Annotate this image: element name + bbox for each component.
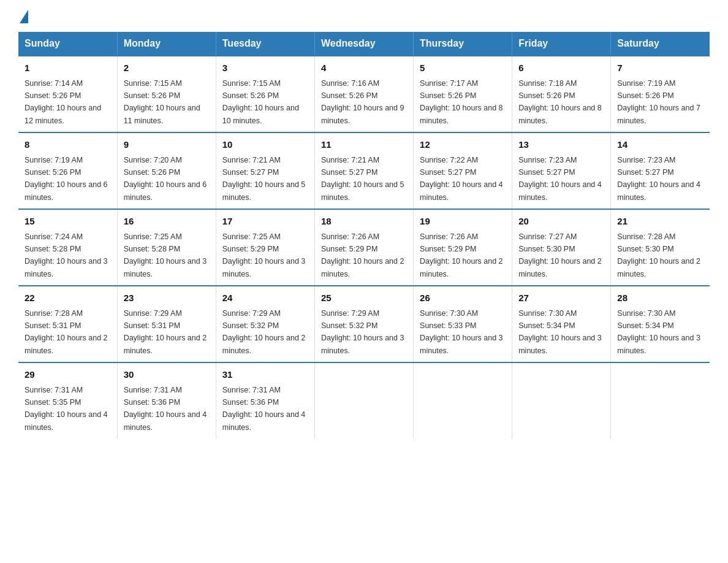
calendar-header-row: SundayMondayTuesdayWednesdayThursdayFrid…	[18, 32, 710, 56]
day-info: Sunrise: 7:30 AMSunset: 5:33 PMDaylight:…	[420, 309, 503, 355]
logo	[18, 12, 28, 21]
day-info: Sunrise: 7:18 AMSunset: 5:26 PMDaylight:…	[518, 79, 602, 125]
calendar-cell: 22Sunrise: 7:28 AMSunset: 5:31 PMDayligh…	[18, 286, 117, 362]
day-number: 25	[321, 291, 407, 305]
calendar-cell: 6Sunrise: 7:18 AMSunset: 5:26 PMDaylight…	[512, 56, 611, 132]
calendar-cell: 19Sunrise: 7:26 AMSunset: 5:29 PMDayligh…	[414, 209, 512, 286]
day-number: 15	[25, 215, 111, 229]
day-info: Sunrise: 7:21 AMSunset: 5:27 PMDaylight:…	[321, 156, 404, 202]
day-info: Sunrise: 7:29 AMSunset: 5:32 PMDaylight:…	[222, 309, 306, 355]
calendar-cell: 18Sunrise: 7:26 AMSunset: 5:29 PMDayligh…	[314, 209, 413, 286]
day-info: Sunrise: 7:23 AMSunset: 5:27 PMDaylight:…	[617, 156, 700, 202]
calendar-cell: 4Sunrise: 7:16 AMSunset: 5:26 PMDaylight…	[314, 56, 413, 132]
calendar-cell: 21Sunrise: 7:28 AMSunset: 5:30 PMDayligh…	[611, 209, 710, 286]
day-info: Sunrise: 7:26 AMSunset: 5:29 PMDaylight:…	[420, 232, 503, 278]
day-info: Sunrise: 7:29 AMSunset: 5:32 PMDaylight:…	[321, 309, 404, 355]
day-number: 20	[518, 215, 604, 229]
column-header-sunday: Sunday	[18, 32, 117, 56]
day-info: Sunrise: 7:17 AMSunset: 5:26 PMDaylight:…	[420, 79, 503, 125]
column-header-friday: Friday	[512, 32, 611, 56]
day-number: 22	[25, 291, 111, 305]
column-header-wednesday: Wednesday	[314, 32, 413, 56]
day-number: 27	[518, 291, 604, 305]
day-info: Sunrise: 7:15 AMSunset: 5:26 PMDaylight:…	[124, 79, 200, 125]
calendar-cell: 23Sunrise: 7:29 AMSunset: 5:31 PMDayligh…	[117, 286, 216, 362]
calendar-cell: 20Sunrise: 7:27 AMSunset: 5:30 PMDayligh…	[512, 209, 611, 286]
logo-triangle-icon	[20, 10, 28, 23]
day-number: 24	[222, 291, 308, 305]
day-number: 11	[321, 138, 407, 152]
calendar-cell: 5Sunrise: 7:17 AMSunset: 5:26 PMDaylight…	[414, 56, 512, 132]
calendar-cell: 8Sunrise: 7:19 AMSunset: 5:26 PMDaylight…	[18, 132, 117, 209]
day-number: 14	[617, 138, 703, 152]
calendar-cell	[512, 362, 611, 439]
calendar-cell: 15Sunrise: 7:24 AMSunset: 5:28 PMDayligh…	[18, 209, 117, 286]
calendar-cell: 2Sunrise: 7:15 AMSunset: 5:26 PMDaylight…	[117, 56, 216, 132]
day-info: Sunrise: 7:27 AMSunset: 5:30 PMDaylight:…	[518, 232, 602, 278]
day-info: Sunrise: 7:25 AMSunset: 5:28 PMDaylight:…	[124, 232, 207, 278]
day-number: 21	[617, 215, 703, 229]
calendar-cell: 27Sunrise: 7:30 AMSunset: 5:34 PMDayligh…	[512, 286, 611, 362]
calendar-cell: 9Sunrise: 7:20 AMSunset: 5:26 PMDaylight…	[117, 132, 216, 209]
calendar-cell: 11Sunrise: 7:21 AMSunset: 5:27 PMDayligh…	[314, 132, 413, 209]
calendar-cell: 26Sunrise: 7:30 AMSunset: 5:33 PMDayligh…	[414, 286, 512, 362]
day-info: Sunrise: 7:14 AMSunset: 5:26 PMDaylight:…	[25, 79, 101, 125]
calendar-cell: 1Sunrise: 7:14 AMSunset: 5:26 PMDaylight…	[18, 56, 117, 132]
calendar-week-row: 22Sunrise: 7:28 AMSunset: 5:31 PMDayligh…	[18, 286, 710, 362]
day-info: Sunrise: 7:28 AMSunset: 5:30 PMDaylight:…	[617, 232, 700, 278]
column-header-saturday: Saturday	[611, 32, 710, 56]
day-number: 30	[124, 368, 210, 382]
day-info: Sunrise: 7:21 AMSunset: 5:27 PMDaylight:…	[222, 156, 306, 202]
day-info: Sunrise: 7:19 AMSunset: 5:26 PMDaylight:…	[25, 156, 108, 202]
day-number: 16	[124, 215, 210, 229]
calendar-body: 1Sunrise: 7:14 AMSunset: 5:26 PMDaylight…	[18, 56, 710, 439]
day-info: Sunrise: 7:30 AMSunset: 5:34 PMDaylight:…	[617, 309, 700, 355]
calendar-week-row: 1Sunrise: 7:14 AMSunset: 5:26 PMDaylight…	[18, 56, 710, 132]
day-info: Sunrise: 7:26 AMSunset: 5:29 PMDaylight:…	[321, 232, 404, 278]
day-number: 9	[124, 138, 210, 152]
day-info: Sunrise: 7:25 AMSunset: 5:29 PMDaylight:…	[222, 232, 306, 278]
day-number: 6	[518, 61, 604, 75]
day-info: Sunrise: 7:29 AMSunset: 5:31 PMDaylight:…	[124, 309, 207, 355]
day-number: 4	[321, 61, 407, 75]
day-number: 18	[321, 215, 407, 229]
day-number: 8	[25, 138, 111, 152]
day-info: Sunrise: 7:28 AMSunset: 5:31 PMDaylight:…	[25, 309, 108, 355]
calendar-cell: 17Sunrise: 7:25 AMSunset: 5:29 PMDayligh…	[216, 209, 314, 286]
day-info: Sunrise: 7:19 AMSunset: 5:26 PMDaylight:…	[617, 79, 700, 125]
day-info: Sunrise: 7:31 AMSunset: 5:36 PMDaylight:…	[222, 386, 306, 432]
calendar-cell: 3Sunrise: 7:15 AMSunset: 5:26 PMDaylight…	[216, 56, 314, 132]
calendar-cell: 12Sunrise: 7:22 AMSunset: 5:27 PMDayligh…	[414, 132, 512, 209]
calendar-cell: 29Sunrise: 7:31 AMSunset: 5:35 PMDayligh…	[18, 362, 117, 439]
calendar-cell: 28Sunrise: 7:30 AMSunset: 5:34 PMDayligh…	[611, 286, 710, 362]
calendar-week-row: 29Sunrise: 7:31 AMSunset: 5:35 PMDayligh…	[18, 362, 710, 439]
calendar-cell: 16Sunrise: 7:25 AMSunset: 5:28 PMDayligh…	[117, 209, 216, 286]
calendar-cell	[414, 362, 512, 439]
column-header-tuesday: Tuesday	[216, 32, 314, 56]
day-number: 26	[420, 291, 506, 305]
calendar-cell: 30Sunrise: 7:31 AMSunset: 5:36 PMDayligh…	[117, 362, 216, 439]
page-header	[18, 12, 710, 21]
column-header-thursday: Thursday	[414, 32, 512, 56]
day-info: Sunrise: 7:20 AMSunset: 5:26 PMDaylight:…	[124, 156, 207, 202]
day-info: Sunrise: 7:16 AMSunset: 5:26 PMDaylight:…	[321, 79, 404, 125]
calendar-table: SundayMondayTuesdayWednesdayThursdayFrid…	[18, 32, 710, 439]
calendar-cell: 14Sunrise: 7:23 AMSunset: 5:27 PMDayligh…	[611, 132, 710, 209]
day-info: Sunrise: 7:15 AMSunset: 5:26 PMDaylight:…	[222, 79, 299, 125]
day-number: 28	[617, 291, 703, 305]
day-info: Sunrise: 7:30 AMSunset: 5:34 PMDaylight:…	[518, 309, 602, 355]
day-info: Sunrise: 7:24 AMSunset: 5:28 PMDaylight:…	[25, 232, 108, 278]
day-number: 13	[518, 138, 604, 152]
calendar-cell	[314, 362, 413, 439]
day-info: Sunrise: 7:23 AMSunset: 5:27 PMDaylight:…	[518, 156, 602, 202]
calendar-cell: 7Sunrise: 7:19 AMSunset: 5:26 PMDaylight…	[611, 56, 710, 132]
day-number: 12	[420, 138, 506, 152]
column-header-monday: Monday	[117, 32, 216, 56]
day-info: Sunrise: 7:31 AMSunset: 5:36 PMDaylight:…	[124, 386, 207, 432]
calendar-cell: 25Sunrise: 7:29 AMSunset: 5:32 PMDayligh…	[314, 286, 413, 362]
day-number: 29	[25, 368, 111, 382]
day-number: 2	[124, 61, 210, 75]
calendar-cell: 13Sunrise: 7:23 AMSunset: 5:27 PMDayligh…	[512, 132, 611, 209]
day-number: 10	[222, 138, 308, 152]
day-number: 23	[124, 291, 210, 305]
